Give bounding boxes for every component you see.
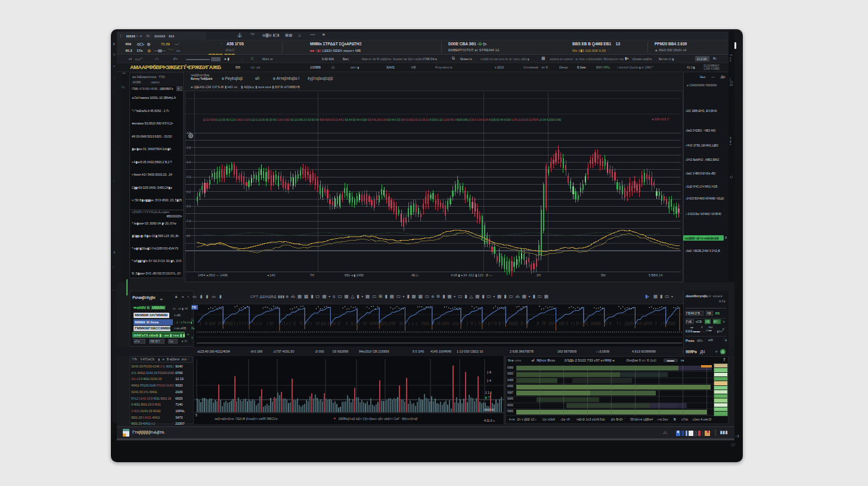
svg-text:0.2: 0.2 (187, 204, 191, 208)
svg-text:7.3: 7.3 (187, 175, 191, 179)
svg-text:0.2: 0.2 (187, 190, 191, 194)
svg-text:3.5: 3.5 (187, 146, 191, 149)
svg-text:7.3: 7.3 (187, 219, 191, 223)
svg-text:0.2: 0.2 (187, 160, 191, 164)
svg-text:84: 84 (187, 234, 190, 238)
